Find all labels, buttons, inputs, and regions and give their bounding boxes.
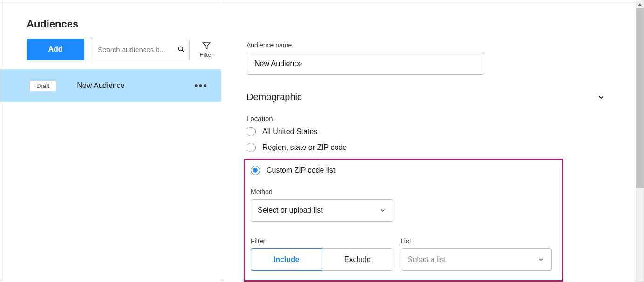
- radio-region[interactable]: Region, state or ZIP code: [247, 143, 630, 152]
- left-panel: Audiences Add Filter: [0, 0, 221, 282]
- svg-line-1: [182, 50, 184, 52]
- filter-label: Filter: [200, 51, 213, 58]
- method-label: Method: [251, 188, 555, 195]
- radio-label: All United States: [262, 128, 317, 136]
- search-icon: [178, 46, 185, 53]
- search-wrap: [91, 39, 190, 60]
- page-title: Audiences: [0, 18, 221, 39]
- more-icon[interactable]: •••: [194, 81, 208, 91]
- audience-name-input[interactable]: [247, 53, 484, 75]
- radio-all-us[interactable]: All United States: [247, 127, 630, 136]
- radio-icon: [247, 143, 256, 152]
- radio-label: Region, state or ZIP code: [262, 143, 347, 152]
- chevron-down-icon: [597, 93, 605, 101]
- toolbar: Add Filter: [0, 39, 221, 66]
- status-badge: Draft: [29, 81, 56, 91]
- radio-icon: [247, 127, 256, 136]
- audience-list: Draft New Audience •••: [0, 69, 221, 102]
- scroll-thumb[interactable]: [636, 8, 644, 188]
- list-item-label: New Audience: [77, 81, 124, 90]
- chevron-down-icon: [537, 256, 545, 263]
- radio-label: Custom ZIP code list: [267, 166, 335, 175]
- scroll-up-icon[interactable]: [636, 0, 644, 8]
- location-label: Location: [247, 114, 630, 122]
- toggle-exclude[interactable]: Exclude: [322, 248, 394, 271]
- add-button[interactable]: Add: [27, 39, 84, 60]
- dropdown-value: Select or upload list: [258, 206, 323, 215]
- toggle-include[interactable]: Include: [251, 248, 322, 271]
- search-input[interactable]: [91, 39, 190, 60]
- list-item[interactable]: Draft New Audience •••: [0, 69, 221, 102]
- list-label: List: [401, 237, 552, 245]
- radio-custom-zip[interactable]: Custom ZIP code list: [251, 166, 555, 175]
- highlight-box: Custom ZIP code list Method Select or up…: [244, 159, 563, 282]
- name-label: Audience name: [247, 41, 630, 49]
- chevron-down-icon: [379, 207, 386, 214]
- filter-icon: [202, 41, 211, 50]
- method-dropdown[interactable]: Select or upload list: [251, 199, 393, 222]
- svg-marker-2: [638, 3, 642, 6]
- section-title: Demographic: [247, 92, 302, 102]
- list-dropdown[interactable]: Select a list: [401, 248, 552, 271]
- filter-label: Filter: [251, 237, 393, 245]
- detail-panel: Audience name Demographic Location All U…: [221, 0, 644, 282]
- section-demographic[interactable]: Demographic: [247, 92, 605, 102]
- svg-point-0: [178, 47, 183, 51]
- filter-button[interactable]: Filter: [196, 41, 217, 58]
- scrollbar[interactable]: [636, 0, 644, 282]
- radio-icon-selected: [251, 166, 260, 175]
- dropdown-placeholder: Select a list: [408, 255, 446, 264]
- filter-toggle: Include Exclude: [251, 248, 393, 271]
